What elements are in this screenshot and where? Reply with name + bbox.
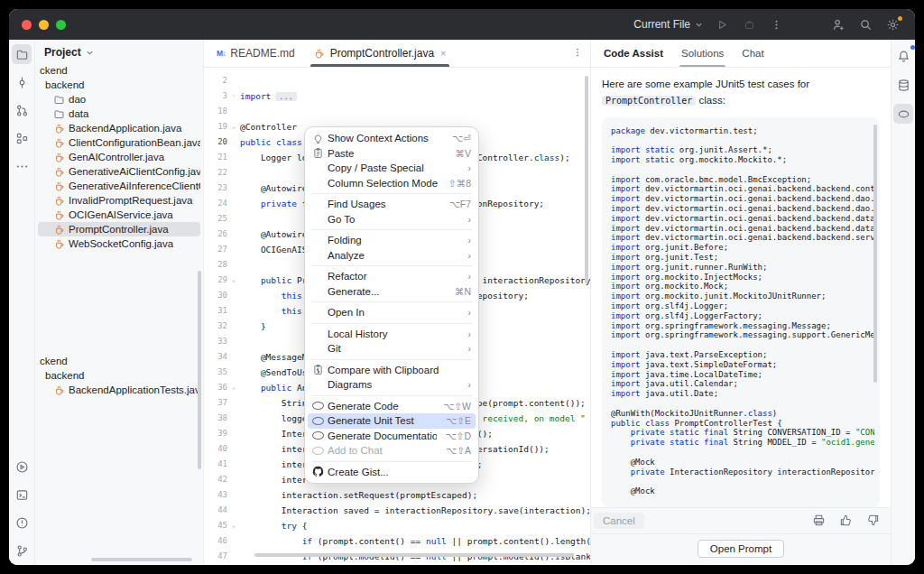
menu-item-go-to[interactable]: Go To›: [308, 212, 476, 227]
fold-marker-icon[interactable]: ⌄: [227, 518, 240, 533]
menu-item-generate-unit-test[interactable]: Generate Unit Test⌥⇧E: [308, 413, 476, 429]
fold-marker-icon[interactable]: ›: [227, 88, 240, 104]
run-icon[interactable]: [12, 457, 32, 477]
menu-item-folding[interactable]: Folding›: [308, 233, 476, 248]
fold-marker-icon[interactable]: ⌄: [227, 119, 240, 134]
menu-item-local-history[interactable]: Local History›: [308, 327, 476, 342]
cancel-button[interactable]: Cancel: [594, 513, 644, 529]
code-token: org.springframework.messaging.support.Ge…: [641, 330, 874, 339]
fold-marker-icon: [227, 457, 240, 472]
profiler-icon[interactable]: [742, 17, 757, 32]
fold-marker-icon[interactable]: ⌄: [227, 273, 240, 288]
assist-code-line: import dev.victormartin.oci.genai.backen…: [611, 204, 874, 214]
tree-item-data[interactable]: data: [38, 106, 200, 121]
menu-item-copy-paste-special[interactable]: Copy / Paste Special›: [308, 161, 476, 176]
thumbs-down-icon[interactable]: [866, 514, 880, 529]
tree-item-label: OCIGenAIService.java: [69, 209, 173, 220]
project-horizontal-scrollbar[interactable]: [91, 558, 192, 561]
problems-icon[interactable]: [12, 513, 32, 532]
code-token: this: [282, 291, 302, 301]
minimize-window-button[interactable]: [39, 20, 49, 30]
fold-marker-icon: [227, 319, 240, 334]
close-window-button[interactable]: [22, 20, 32, 30]
close-icon[interactable]: ×: [440, 48, 446, 59]
menu-item-add-to-chat[interactable]: Add to Chat⌥⇧A: [308, 443, 476, 458]
tree-item-backendapplication-java[interactable]: BackendApplication.java: [38, 121, 200, 135]
menu-item-paste[interactable]: Paste⌘V: [308, 146, 476, 162]
structure-icon[interactable]: [12, 128, 32, 148]
ide-window: Current File: [9, 9, 915, 565]
tab-code-assist[interactable]: Code Assist: [595, 40, 672, 67]
menu-item-generate[interactable]: Generate...⌘N: [308, 284, 476, 300]
generated-test-code-block[interactable]: package dev.victormartin.test; import st…: [602, 117, 880, 507]
run-configuration-selector[interactable]: Current File: [633, 18, 703, 31]
menu-shortcut: ⇧⌘8: [448, 178, 471, 189]
terminal-icon[interactable]: [12, 485, 32, 505]
menu-item-open-in[interactable]: Open In›: [308, 305, 476, 320]
commit-icon[interactable]: [12, 72, 32, 92]
menu-item-git[interactable]: Git›: [308, 341, 476, 356]
tab-promptcontroller[interactable]: PromptController.java ×: [304, 40, 456, 67]
tree-item-genaicontroller-java[interactable]: GenAIController.java: [38, 150, 200, 164]
code-token: inter: [240, 475, 307, 485]
thumbs-up-icon[interactable]: [839, 514, 853, 529]
tree-item-websocketconfig-java[interactable]: WebSocketConfig.java: [38, 236, 200, 251]
database-icon[interactable]: [893, 75, 913, 95]
open-prompt-button[interactable]: Open Prompt: [698, 540, 784, 558]
tab-readme[interactable]: M↓ README.md: [208, 40, 304, 67]
menu-item-diagrams[interactable]: Diagrams›: [308, 377, 476, 393]
menu-item-column-selection-mode[interactable]: Column Selection Mode⇧⌘8: [308, 176, 476, 191]
tree-item-ocigenaiservice-java[interactable]: OCIGenAIService.java: [38, 208, 200, 222]
project-vertical-scrollbar[interactable]: [198, 271, 201, 469]
tree-item-generativeaiinferenceclientconfig-java[interactable]: GenerativeAiInferenceClientConfig.java: [38, 179, 200, 193]
project-folder-icon[interactable]: [12, 44, 32, 64]
menu-item-find-usages[interactable]: Find Usages⌥F7: [308, 197, 476, 212]
tab-solutions[interactable]: Solutions: [672, 40, 733, 67]
tree-item-promptcontroller-java[interactable]: PromptController.java: [38, 222, 200, 236]
submenu-arrow-icon: ›: [468, 343, 472, 354]
project-panel-header[interactable]: Project: [35, 40, 203, 62]
notifications-icon[interactable]: [893, 46, 913, 66]
pull-requests-icon[interactable]: [12, 100, 32, 120]
git-branch-icon[interactable]: [12, 541, 32, 560]
add-user-icon[interactable]: [831, 17, 846, 32]
menu-item-generate-code[interactable]: Generate Code⌥⇧W: [308, 399, 476, 414]
editor-vertical-scrollbar[interactable]: [585, 76, 588, 283]
tree-item-backend[interactable]: backend: [38, 78, 200, 92]
search-icon[interactable]: [858, 17, 873, 32]
more-icon[interactable]: [769, 17, 784, 32]
code-token: import: [240, 91, 271, 101]
code-token: @Mock: [611, 486, 655, 495]
fold-marker-icon: [227, 303, 240, 319]
more-icon[interactable]: [12, 156, 32, 176]
code-assist-icon[interactable]: [893, 104, 913, 124]
settings-icon[interactable]: [885, 17, 901, 32]
run-icon[interactable]: [715, 17, 730, 32]
tree-item-ckend[interactable]: ckend: [38, 354, 200, 368]
tab-chat[interactable]: Chat: [733, 40, 772, 67]
tree-item-clientconfigurationbean-java[interactable]: ClientConfigurationBean.java: [38, 135, 200, 150]
tree-item-ckend[interactable]: ckend: [38, 63, 200, 78]
menu-item-create-gist[interactable]: Create Gist...: [308, 465, 476, 480]
zoom-window-button[interactable]: [56, 20, 66, 30]
fold-marker-icon: [227, 365, 240, 380]
menu-item-generate-documentation[interactable]: Generate Documentation⌥⇧D: [308, 429, 476, 444]
editor-horizontal-scrollbar[interactable]: [254, 553, 574, 557]
tree-item-backendapplicationtests-java[interactable]: BackendApplicationTests.java: [38, 383, 200, 397]
project-panel-title: Project: [44, 46, 81, 59]
menu-item-analyze[interactable]: Analyze›: [308, 248, 476, 264]
tab-options-icon[interactable]: [572, 45, 583, 61]
menu-item-show-context-actions[interactable]: Show Context Actions⌥⏎: [308, 131, 476, 146]
tree-item-dao[interactable]: dao: [38, 92, 200, 106]
tree-item-generativeaiclientconfig-java[interactable]: GenerativeAiClientConfig.java: [38, 164, 200, 179]
github-icon: [312, 466, 328, 477]
fold-marker-icon[interactable]: ⌄: [227, 380, 240, 395]
code-token: private: [631, 468, 665, 477]
menu-item-refactor[interactable]: Refactor›: [308, 269, 476, 284]
tree-item-invalidpromptrequest-java[interactable]: InvalidPromptRequest.java: [38, 193, 200, 208]
menu-item-compare-with-clipboard[interactable]: Compare with Clipboard: [308, 363, 476, 378]
tree-item-backend[interactable]: backend: [38, 368, 200, 383]
codeblock-scrollbar[interactable]: [873, 125, 877, 383]
print-icon[interactable]: [812, 514, 826, 529]
assist-code-line: private static final String CONVERSATION…: [611, 428, 874, 438]
